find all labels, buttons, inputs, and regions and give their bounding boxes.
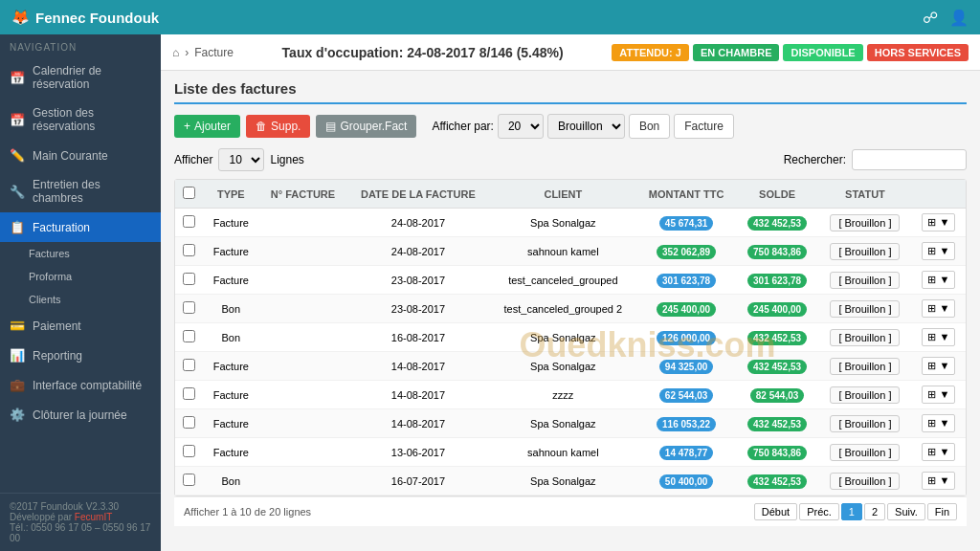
afficher-label: Afficher par:	[432, 120, 493, 133]
dev-link[interactable]: FecumIT	[75, 512, 112, 522]
sidebar-item-label: Interface comptabilité	[33, 379, 142, 392]
cell-montant-9: 50 400,00	[636, 467, 736, 496]
sidebar-item-reservation[interactable]: 📅 Calendrier de réservation	[0, 56, 161, 99]
cell-num-4	[259, 323, 347, 352]
row-action-btn-4[interactable]: ⊞ ▼	[922, 328, 955, 346]
col-type: TYPE	[203, 180, 259, 209]
cell-solde-7: 432 452,53	[736, 409, 818, 438]
badge-hors: HORS SERVICES	[867, 44, 969, 61]
afficher-select[interactable]: 20	[498, 114, 544, 139]
cell-date-0: 24-08-2017	[346, 209, 489, 237]
supp-button[interactable]: 🗑 Supp.	[246, 115, 310, 138]
col-num: N° FACTURE	[259, 180, 347, 209]
cell-num-1	[259, 237, 347, 266]
row-action-btn-6[interactable]: ⊞ ▼	[922, 386, 955, 404]
invoices-table-container: Ouedkniss.com TYPE N° FACTURE DATE DE LA…	[174, 179, 967, 496]
cell-num-7	[259, 409, 347, 438]
cell-statut-4: [ Brouillon ]	[818, 323, 912, 352]
cell-montant-0: 45 674,31	[636, 209, 736, 237]
sidebar-item-gestion[interactable]: 📅 Gestion des réservations	[0, 99, 161, 141]
row-checkbox-0[interactable]	[183, 215, 195, 228]
row-action-btn-7[interactable]: ⊞ ▼	[922, 414, 955, 432]
select-all-checkbox[interactable]	[183, 187, 195, 199]
row-action-btn-0[interactable]: ⊞ ▼	[922, 213, 955, 231]
page-2[interactable]: 2	[864, 503, 885, 520]
cell-statut-5: [ Brouillon ]	[818, 352, 912, 381]
cell-solde-0: 432 452,53	[736, 209, 818, 237]
cell-solde-2: 301 623,78	[736, 266, 818, 295]
row-action-btn-8[interactable]: ⊞ ▼	[922, 443, 955, 461]
sidebar-item-cloture[interactable]: ⚙️ Clôturer la journée	[0, 400, 161, 430]
col-montant: MONTANT TTC	[636, 180, 736, 209]
page-1[interactable]: 1	[841, 503, 862, 520]
status-filter-select[interactable]: Brouillon Validé	[547, 114, 625, 139]
row-checkbox-7[interactable]	[183, 416, 195, 429]
sidebar-item-entretien[interactable]: 🔧 Entretien des chambres	[0, 170, 161, 212]
row-action-btn-3[interactable]: ⊞ ▼	[922, 299, 955, 318]
table-row: Facture 24-08-2017 Spa Sonalgaz 45 674,3…	[175, 209, 966, 237]
cell-statut-9: [ Brouillon ]	[818, 467, 912, 496]
fox-icon: 🦊	[11, 9, 30, 26]
page-prev[interactable]: Préc.	[799, 503, 839, 520]
user-icon[interactable]: 👤	[949, 9, 969, 27]
cell-action-7: ⊞ ▼	[912, 409, 966, 438]
sidebar-item-facturation[interactable]: 📋 Facturation	[0, 212, 161, 242]
cell-date-1: 24-08-2017	[346, 237, 489, 266]
row-action-btn-5[interactable]: ⊞ ▼	[922, 357, 955, 375]
grouper-button[interactable]: ▤ Grouper.Fact	[316, 115, 416, 138]
cell-type-8: Facture	[203, 438, 259, 467]
cell-solde-3: 245 400,00	[736, 295, 818, 323]
cell-num-6	[259, 381, 347, 409]
sidebar-item-label: Reporting	[33, 349, 82, 363]
row-checkbox-3[interactable]	[183, 301, 195, 314]
cell-action-9: ⊞ ▼	[912, 467, 966, 496]
row-checkbox-4[interactable]	[183, 330, 195, 342]
sidebar-item-comptabilite[interactable]: 💼 Interface comptabilité	[0, 370, 161, 400]
row-checkbox-8[interactable]	[183, 445, 195, 457]
row-checkbox-9[interactable]	[183, 474, 195, 486]
row-action-btn-9[interactable]: ⊞ ▼	[922, 472, 955, 490]
row-checkbox-5[interactable]	[183, 359, 195, 371]
page-next[interactable]: Suiv.	[887, 503, 925, 520]
home-icon[interactable]: ⌂	[172, 46, 179, 59]
status-badges: ATTENDU: J EN CHAMBRE DISPONIBLE HORS SE…	[612, 44, 969, 61]
occupancy-text: Taux d'occupation: 24-08-2017 8/146 (5.4…	[282, 45, 564, 60]
row-action-btn-1[interactable]: ⊞ ▼	[922, 242, 955, 260]
page-fin[interactable]: Fin	[927, 503, 957, 520]
sidebar-item-label: Calendrier de réservation	[33, 64, 151, 91]
row-checkbox-1[interactable]	[183, 244, 195, 256]
topbar: ⌂ › Facture Taux d'occupation: 24-08-201…	[161, 34, 980, 71]
cell-client-5: Spa Sonalgaz	[490, 352, 636, 381]
share-icon[interactable]: ☍	[923, 9, 938, 27]
cell-solde-8: 750 843,86	[736, 438, 818, 467]
cell-action-0: ⊞ ▼	[912, 209, 966, 237]
facture-button[interactable]: Facture	[674, 114, 734, 139]
sidebar-sub-factures[interactable]: Factures	[0, 242, 161, 265]
factures-label: Factures	[29, 248, 70, 259]
row-checkbox-6[interactable]	[183, 387, 195, 400]
row-action-btn-2[interactable]: ⊞ ▼	[922, 271, 955, 289]
page-debut[interactable]: Début	[754, 503, 797, 520]
cell-date-3: 23-08-2017	[346, 295, 489, 323]
row-checkbox-2[interactable]	[183, 273, 195, 285]
cell-action-5: ⊞ ▼	[912, 352, 966, 381]
sidebar-item-main-courante[interactable]: ✏️ Main Courante	[0, 141, 161, 170]
lines-select[interactable]: 10 20 50	[218, 148, 264, 171]
filter-bar: Afficher 10 20 50 Lignes Rechercher:	[174, 148, 967, 171]
cell-solde-6: 82 544,03	[736, 381, 818, 409]
sidebar-item-paiement[interactable]: 💳 Paiement	[0, 311, 161, 341]
cell-action-6: ⊞ ▼	[912, 381, 966, 409]
group-icon: ▤	[325, 120, 336, 133]
sidebar-item-label: Paiement	[33, 320, 81, 333]
cell-type-4: Bon	[203, 323, 259, 352]
sidebar-item-reporting[interactable]: 📊 Reporting	[0, 341, 161, 370]
sidebar-sub-clients[interactable]: Clients	[0, 288, 161, 311]
add-button[interactable]: + Ajouter	[174, 115, 240, 138]
badge-chambre: EN CHAMBRE	[693, 44, 780, 61]
table-row: Facture 14-08-2017 Spa Sonalgaz 94 325,0…	[175, 352, 966, 381]
bon-button[interactable]: Bon	[629, 114, 670, 139]
sidebar-sub-proforma[interactable]: Proforma	[0, 265, 161, 288]
gear-icon: ⚙️	[10, 408, 25, 422]
search-input[interactable]	[852, 149, 967, 170]
cell-client-8: sahnoun kamel	[490, 438, 636, 467]
